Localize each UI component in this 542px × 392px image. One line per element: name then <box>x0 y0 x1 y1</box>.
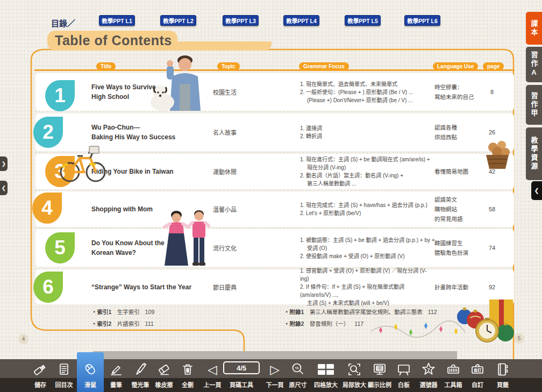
next-triangle-icon: ▷ <box>270 361 280 377</box>
tool-original-size[interactable]: % 原尺寸 <box>286 359 310 392</box>
tool-eraser[interactable]: 橡皮擦 <box>152 359 176 392</box>
tool-pen[interactable]: 畫筆 <box>104 359 128 392</box>
display-scale-icon: 固定 <box>372 361 388 378</box>
tool-previous-page[interactable]: ◁ 上一頁 <box>201 359 224 392</box>
appendix-item-2[interactable]: ・附錄2 發音規則（一）117 <box>284 319 363 327</box>
tool-four-grid-zoom[interactable]: 四格放大 <box>314 359 338 392</box>
index-item-2[interactable]: ・索引2 片語索引111 <box>91 319 154 327</box>
page-title: Table of Contents <box>55 33 172 48</box>
whiteboard-icon <box>396 361 412 378</box>
lesson-5-badge: 5 <box>45 232 75 263</box>
svg-text:固定: 固定 <box>376 366 383 370</box>
tool-back-to-contents[interactable]: 回目次 <box>52 359 76 392</box>
column-header-title: Title <box>96 62 116 70</box>
ppt-button-l5[interactable]: 教學PPT L5 <box>345 15 381 26</box>
ppt-button-l2[interactable]: 教學PPT L2 <box>160 15 196 26</box>
column-header-topic: Topic <box>217 62 240 70</box>
trash-icon <box>180 361 196 378</box>
expand-panel-button[interactable]: ❯ <box>0 156 8 171</box>
tool-toolbox[interactable]: 工具箱 <box>441 359 465 392</box>
appendix-item-1[interactable]: ・附錄1 第三人稱單數動詞字尾變化規則、動詞三態表112 <box>284 308 437 316</box>
left-page-number: 4 <box>18 334 28 344</box>
toolbox-icon <box>445 361 461 378</box>
youbike-bicycle-photo <box>58 139 108 184</box>
bottom-gray-bar <box>93 351 457 359</box>
svg-text:7: 7 <box>427 367 430 373</box>
collapse-tabs-button[interactable]: ❮ <box>531 181 542 200</box>
toc-list-icon <box>56 361 72 378</box>
column-header-language-use: Language Use <box>433 62 478 70</box>
lesson-6-badge: 6 <box>33 272 63 303</box>
tab-workbook-jia[interactable]: 習作甲 <box>526 85 542 125</box>
bottom-toolbar: 儲存 回目次 滑鼠 畫筆 螢光筆 橡皮擦 全刪 ◁ 上一頁 <box>0 359 542 392</box>
region-zoom-icon <box>346 361 362 378</box>
toc-row-5[interactable]: Do You Know About theKorean Wave? 流行文化 1… <box>35 229 514 267</box>
string-lights-photo <box>371 316 465 342</box>
tool-page-tabs[interactable]: 頁籤 <box>491 359 515 392</box>
highlighter-icon <box>132 361 148 378</box>
prev-triangle-icon: ◁ <box>208 361 217 377</box>
bread-basket-photo <box>484 138 511 171</box>
mouse-icon <box>82 361 98 378</box>
eraser-icon <box>156 361 172 378</box>
pencil-icon <box>108 361 124 378</box>
tab-textbook[interactable]: 課本 <box>526 12 542 45</box>
collapse-panel-button[interactable]: ❮ <box>0 181 8 195</box>
ppt-button-l1[interactable]: 教學PPT L1 <box>99 15 135 26</box>
chevron-right-icon: ❯ <box>2 161 6 167</box>
tool-whiteboard[interactable]: 白板 <box>392 359 416 392</box>
ppt-button-l4[interactable]: 教學PPT L4 <box>283 15 319 26</box>
student-with-dog-photo <box>148 54 214 111</box>
page-indicator-box[interactable]: 4/5 <box>223 361 260 374</box>
svg-text:自訂: 自訂 <box>474 368 482 373</box>
tab-workbook-a[interactable]: 習作A <box>526 47 542 82</box>
zoom-percent-icon: % <box>290 361 306 378</box>
column-header-grammar-focus: Grammar Focus <box>299 62 349 70</box>
tool-region-zoom[interactable]: 局部放大 <box>343 359 366 392</box>
custom-toolbox-icon: 自訂 <box>469 361 486 378</box>
page-title-box: Table of Contents <box>47 31 177 51</box>
tool-page-number[interactable]: 4/5 頁碼工具 <box>222 359 261 392</box>
title-box-tail <box>172 41 272 51</box>
column-header-page: page <box>483 62 504 70</box>
tool-number-picker[interactable]: 7 選號器 <box>417 359 440 392</box>
tool-custom[interactable]: 自訂 自訂 <box>466 359 489 392</box>
tab-teaching-resources[interactable]: 教學資源 <box>526 127 542 180</box>
hanbok-couple-photo <box>160 209 214 267</box>
toc-row-4[interactable]: Shopping with Mom 溫馨小品 1. 現在完成式：主詞 (S) +… <box>35 191 514 227</box>
four-grid-icon <box>317 361 335 378</box>
index-item-1[interactable]: ・索引1 生字索引109 <box>91 308 154 316</box>
tool-next-page[interactable]: ▷ 下一頁 <box>263 359 287 392</box>
svg-text:%: % <box>295 366 298 370</box>
lesson-4-badge: 4 <box>32 193 62 224</box>
breadcrumb: 目錄／ <box>51 17 75 28</box>
toc-row-1[interactable]: Five Ways to SurviveHigh School 校園生活 1. … <box>35 73 514 111</box>
tool-save[interactable]: 儲存 <box>28 359 52 392</box>
tool-mouse[interactable]: 滑鼠 <box>79 359 102 392</box>
star-number-icon: 7 <box>420 361 437 378</box>
tool-display-scale[interactable]: 固定 顯示比例 <box>368 359 391 392</box>
tool-highlighter[interactable]: 螢光筆 <box>129 359 152 392</box>
ppt-button-l3[interactable]: 教學PPT L3 <box>223 15 259 26</box>
ppt-button-l6[interactable]: 教學PPT L6 <box>404 15 440 26</box>
tool-delete-all[interactable]: 全刪 <box>176 359 199 392</box>
page-tabs-icon <box>495 361 511 378</box>
usb-icon <box>32 361 48 378</box>
chevron-left-icon: ❮ <box>2 185 6 191</box>
ebook-viewer: 目錄／ Table of Contents 教學PPT L1 教學PPT L2 … <box>0 0 542 392</box>
chevron-left-icon: ❮ <box>534 187 539 194</box>
toc-row-6[interactable]: “Strange” Ways to Start the Year 節日慶典 1.… <box>35 269 514 304</box>
lesson-1-badge: 1 <box>45 80 75 111</box>
